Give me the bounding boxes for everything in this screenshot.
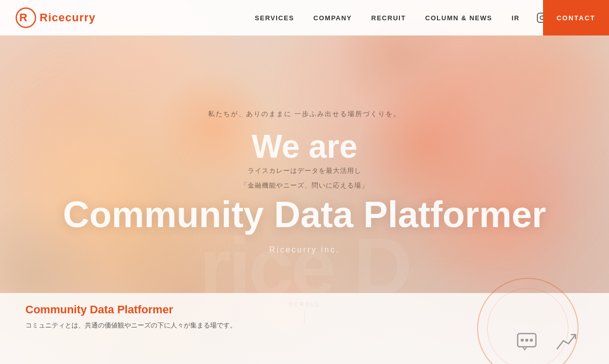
hero-main-title: Community Data Platformer	[63, 195, 546, 235]
svg-point-8	[530, 339, 533, 342]
nav-company[interactable]: COMPANY	[314, 14, 352, 22]
header: R Ricecurry SERVICES COMPANY RECRUIT COL…	[0, 0, 609, 35]
main-nav: SERVICES COMPANY RECRUIT COLUMN & NEWS I…	[255, 14, 520, 22]
hero-subtitle-jp: 私たちが、ありのままに 一歩ふみ出せる場所づくりを。	[208, 110, 401, 119]
bottom-icons	[515, 330, 579, 354]
chat-icon	[515, 330, 539, 354]
bottom-section: Community Data Platformer コミュニティとは、共通の価値…	[0, 293, 609, 364]
logo-text: Ricecurry	[40, 11, 96, 24]
chat-icon-item	[515, 330, 539, 354]
logo[interactable]: R Ricecurry	[15, 7, 96, 28]
svg-text:R: R	[19, 11, 27, 24]
hero-we-are: We are	[252, 129, 358, 164]
hero-company-name: Ricecurry inc.	[269, 245, 340, 254]
contact-button[interactable]: CONTACT	[543, 0, 609, 35]
svg-point-7	[521, 339, 524, 342]
bottom-title: Community Data Platformer	[25, 303, 584, 316]
nav-ir[interactable]: IR	[512, 14, 520, 22]
hero-tagline-line1: ライスカレーはデータを最大活用し	[248, 166, 361, 176]
svg-point-6	[525, 339, 528, 342]
chart-trend-icon	[554, 330, 579, 354]
chart-icon-item	[554, 330, 579, 354]
logo-icon: R	[15, 7, 37, 28]
hero-tagline-line2: 「金融機能やニーズ、問いに応える場」	[241, 180, 368, 191]
nav-services[interactable]: SERVICES	[255, 14, 294, 22]
nav-column-news[interactable]: COLUMN & NEWS	[425, 14, 492, 22]
nav-recruit[interactable]: RECRUIT	[371, 14, 406, 22]
bottom-description: コミュニティとは、共通の価値観やニーズの下に人々が集まる場です。	[25, 320, 584, 331]
